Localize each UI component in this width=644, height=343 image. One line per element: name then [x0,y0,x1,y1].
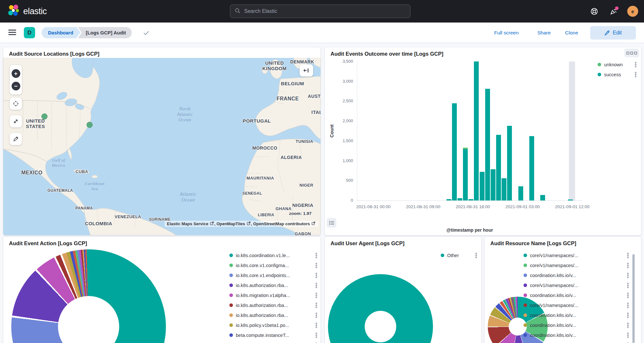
legend-menu-icon[interactable] [627,253,629,258]
legend-menu-icon[interactable] [627,323,629,328]
legend-item[interactable]: io.k8s.policy.v1beta1.po... [229,322,317,329]
legend-item[interactable]: io.k8s.authorization.rba... [229,282,317,289]
legend-item[interactable]: coordination.k8s.io/v... [524,332,629,338]
whats-new-icon[interactable] [608,6,619,17]
panel-menu-icon[interactable] [624,49,639,57]
bar-success[interactable] [540,195,545,200]
legend-menu-icon[interactable] [627,313,629,318]
legend-item[interactable]: io.k8s.authorization.rba... [229,302,317,309]
legend-item[interactable]: io.k8s.migration.v1alpha... [229,292,317,299]
edit-button[interactable]: Edit [590,26,636,40]
legend-scrollbar[interactable] [632,254,635,343]
bar-success[interactable] [447,199,451,200]
bar-success[interactable] [485,89,490,200]
legend-item[interactable]: core/v1/namespaces/... [524,302,629,309]
legend-item[interactable]: coordination.k8s.io/v... [524,312,629,319]
bar-success[interactable] [507,126,512,200]
bar-chart-plot[interactable] [357,61,583,201]
breadcrumb-current[interactable]: [Logs GCP] Audit [77,27,131,38]
full-screen-button[interactable]: Full screen [494,23,519,43]
map-attribution[interactable]: Elastic Maps Service, OpenMapTiles, Open… [165,221,318,227]
zoom-out-button[interactable]: − [12,82,20,90]
collapse-layers-button[interactable] [300,64,313,77]
bar-success[interactable] [480,172,485,200]
bar-success[interactable] [502,178,506,200]
elastic-logo-icon [8,5,19,18]
legend-menu-icon[interactable] [316,253,317,258]
legend-item[interactable]: coordination.k8s.io/v... [524,272,629,279]
legend-item[interactable]: core/v1/namespaces/... [524,282,629,289]
legend-item[interactable]: io.k8s.coordination.v1.le... [229,252,317,259]
bar-success[interactable] [529,136,534,200]
elastic-brand[interactable]: elastic [8,5,47,18]
panel-title: Audit Event Action [Logs GCP] [9,240,87,246]
zoom-in-button[interactable]: + [12,69,20,78]
breadcrumb-dashboard[interactable]: Dashboard [42,27,76,38]
map-data-marker[interactable] [87,122,93,128]
legend-item[interactable]: google.iam.admin.v1.Cr... [229,342,317,343]
legend-menu-icon[interactable] [316,263,317,268]
help-icon[interactable] [589,6,600,17]
legend-menu-icon[interactable] [316,313,317,318]
legend-menu-icon[interactable] [476,253,477,258]
map-ocean-label: Caribbean Sea [85,181,104,191]
legend-item[interactable]: io.k8s.core.v1.endpoints... [229,272,317,279]
set-view-button[interactable] [10,97,22,110]
legend-toggle-icon[interactable] [327,218,336,227]
legend-menu-icon[interactable] [316,283,317,288]
draw-tools-button[interactable] [10,133,22,145]
legend-item[interactable]: Other [441,252,477,259]
legend-menu-icon[interactable] [316,303,317,308]
legend-item[interactable]: coordination.k8s.io/v... [524,292,629,299]
user-agent-donut-chart[interactable] [328,274,433,343]
bar-success[interactable] [518,186,523,200]
legend-menu-icon[interactable] [627,333,629,338]
legend-menu-icon[interactable] [635,72,636,77]
legend-menu-icon[interactable] [627,283,629,288]
legend-menu-icon[interactable] [627,273,629,278]
legend-menu-icon[interactable] [316,323,317,328]
map-data-marker[interactable] [42,114,48,120]
bar-success[interactable] [457,198,462,200]
attribution-link[interactable]: OpenMapTiles [216,221,245,226]
legend-item[interactable]: io.k8s.core.v1.configma... [229,262,317,269]
external-link-icon [245,221,251,226]
legend-menu-icon[interactable] [316,273,317,278]
bar-success[interactable] [452,103,457,200]
user-avatar[interactable]: e [627,6,638,17]
menu-icon[interactable] [8,30,16,37]
legend-item[interactable]: success [598,71,636,78]
legend-menu-icon[interactable] [316,293,317,298]
legend-menu-icon[interactable] [627,263,629,268]
legend-item-label: coordination.k8s.io/v... [530,333,624,338]
attribution-link[interactable]: OpenStreetMap contributors [253,221,310,226]
legend-menu-icon[interactable] [627,303,629,308]
bar-success[interactable] [568,199,573,200]
bar-success[interactable] [491,169,495,201]
bar-success[interactable] [496,135,501,200]
clone-button[interactable]: Clone [565,23,578,43]
legend-item[interactable]: io.k8s.authorization.rba... [229,312,317,319]
legend-menu-icon[interactable] [316,333,317,338]
legend-item[interactable]: core/v1/namespaces/... [524,252,629,259]
legend-item[interactable]: unknown [598,61,636,68]
legend-menu-icon[interactable] [635,62,636,67]
map-canvas[interactable]: UNITED KINGDOMDENMARKBELGIUMFRANCEAUSTRI… [3,58,321,235]
legend-item[interactable]: core/v1/namespaces/... [524,262,629,269]
share-button[interactable]: Share [537,23,551,43]
global-search[interactable] [230,5,410,18]
attribution-link[interactable]: Elastic Maps Service [167,221,208,226]
fit-to-data-button[interactable] [10,115,22,127]
legend-item[interactable]: beta.compute.instanceT... [229,332,317,338]
bar-success[interactable] [468,199,473,200]
bar-success[interactable] [474,61,479,200]
legend-item[interactable]: coordination.k8s.io/v... [524,342,629,343]
search-input[interactable] [244,8,406,14]
legend-menu-icon[interactable] [627,293,629,298]
bar-unknown[interactable] [463,148,468,149]
bar-success[interactable] [463,149,468,200]
legend-item[interactable]: coordination.k8s.io/v... [524,322,629,329]
dashboard-app-badge[interactable]: D [24,27,35,38]
saved-check-icon [143,29,150,38]
event-action-donut-chart[interactable] [11,249,166,343]
